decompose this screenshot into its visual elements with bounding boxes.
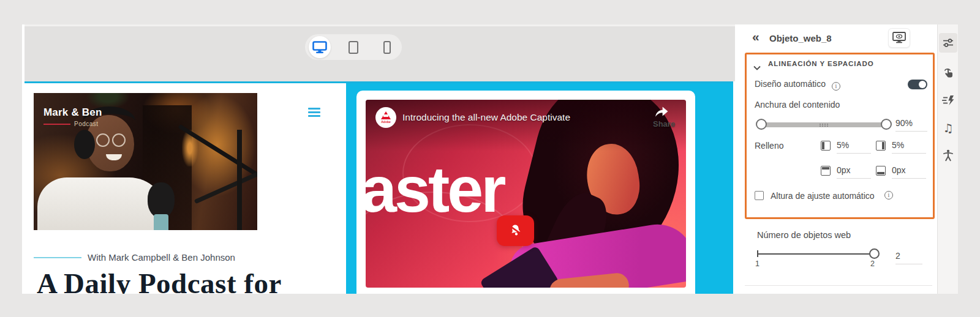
tablet-device-button[interactable] <box>341 34 366 60</box>
panel-title: Objeto_web_8 <box>769 33 832 43</box>
auto-height-checkbox[interactable] <box>755 191 764 200</box>
mic-boom-arm <box>194 170 257 204</box>
content-width-slider[interactable] <box>758 122 889 127</box>
phone-icon <box>383 41 391 54</box>
info-icon[interactable]: i <box>884 191 893 200</box>
padding-bottom-field[interactable]: 0px <box>892 165 926 179</box>
sliders-icon <box>943 38 954 48</box>
properties-tab[interactable] <box>939 33 957 53</box>
objects-slider-min-label: 1 <box>755 259 760 268</box>
accessibility-person-icon <box>943 149 954 162</box>
app-window: Mark & Ben Podcast With Mark Campbell & … <box>22 24 958 294</box>
podcast-byline: With Mark Campbell & Ben Johnson <box>34 252 235 263</box>
content-width-value-field[interactable]: 90% <box>895 118 927 132</box>
share-label: Share <box>653 119 675 129</box>
share-arrow-icon <box>653 105 670 118</box>
slider-right-handle[interactable] <box>881 119 892 130</box>
web-objects-count-label: Número de objetos web <box>757 230 851 240</box>
padding-right-icon <box>876 141 886 151</box>
video-play-button[interactable] <box>497 215 534 246</box>
panel-icon-rail: ♫ <box>937 24 958 294</box>
lightning-lines-icon <box>942 95 954 106</box>
padding-label: Relleno <box>755 141 783 151</box>
alignment-section-title: ALINEACIÓN Y ESPACIADO <box>768 60 874 67</box>
padding-top-field[interactable]: 0px <box>837 165 871 179</box>
slider-grip-handle[interactable] <box>820 124 828 125</box>
actions-tab[interactable] <box>939 91 957 110</box>
auto-layout-label: Diseño automático i <box>755 79 840 91</box>
tap-hand-icon <box>943 67 954 78</box>
objects-count-value-field[interactable]: 2 <box>895 251 922 264</box>
chevron-down-icon[interactable] <box>753 62 761 72</box>
podcast-logo-subtitle: Podcast <box>74 121 99 127</box>
logo-red-line <box>43 124 70 125</box>
canvas-top-strip <box>24 24 735 81</box>
video-background-word: aster <box>366 152 503 226</box>
padding-right-field[interactable]: 5% <box>892 140 926 154</box>
music-note-icon: ♫ <box>943 121 953 135</box>
share-button[interactable]: Share <box>653 105 670 121</box>
microphone-handle <box>154 214 168 230</box>
padding-left-icon <box>821 141 831 151</box>
bell-muted-icon <box>505 222 525 240</box>
microphone <box>148 182 175 218</box>
byline-accent-line <box>34 257 81 258</box>
adobe-logo-icon[interactable]: Adobe <box>375 107 396 128</box>
phone-device-button[interactable] <box>374 34 400 60</box>
tablet-icon <box>349 41 358 54</box>
podcast-logo-title: Mark & Ben <box>43 106 102 119</box>
padding-top-icon <box>821 166 831 176</box>
headphones-earcup <box>74 130 95 159</box>
youtube-embed[interactable]: aster Adobe Introducing the all-new Adob… <box>366 100 686 288</box>
captivate-editor: Mark & Ben Podcast With Mark Campbell & … <box>0 0 980 317</box>
objects-count-slider[interactable] <box>757 253 876 255</box>
video-card: aster Adobe Introducing the all-new Adob… <box>356 91 695 294</box>
byline-text: With Mark Campbell & Ben Johnson <box>88 252 235 263</box>
section-divider <box>745 285 932 286</box>
objects-slider-handle[interactable] <box>869 248 880 259</box>
video-title-gradient <box>366 100 686 151</box>
mic-stand <box>237 130 242 230</box>
accessibility-tab[interactable] <box>939 146 957 165</box>
interactions-tab[interactable] <box>939 62 957 82</box>
glasses-lens <box>96 133 110 147</box>
collapse-panel-icon[interactable]: « <box>752 29 758 44</box>
desktop-icon <box>312 41 327 54</box>
desktop-device-button[interactable] <box>307 34 333 60</box>
device-preview-toggle <box>305 34 402 60</box>
auto-layout-toggle[interactable] <box>908 80 927 89</box>
podcast-logo: Mark & Ben Podcast <box>43 106 102 127</box>
web-object-podcast-page[interactable]: Mark & Ben Podcast With Mark Campbell & … <box>24 83 346 294</box>
preview-on-device-button[interactable] <box>888 28 910 48</box>
podcast-hero-photo: Mark & Ben Podcast <box>34 93 257 230</box>
properties-panel: « Objeto_web_8 ALINEACIÓN Y ESPACIADO Di… <box>735 24 958 294</box>
content-width-label: Anchura del contenido <box>755 100 840 110</box>
monitor-eye-icon <box>892 32 906 44</box>
info-icon[interactable]: i <box>832 82 840 91</box>
video-title: Introducing the all-new Adobe Captivate <box>402 112 570 123</box>
auto-height-label: Altura de ajuste automático <box>771 191 875 201</box>
hamburger-menu-icon[interactable] <box>308 108 320 119</box>
padding-left-field[interactable]: 5% <box>837 140 871 154</box>
objects-slider-max-label: 2 <box>870 259 875 268</box>
slider-left-handle[interactable] <box>756 119 767 130</box>
padding-bottom-icon <box>876 166 886 176</box>
web-object-video[interactable]: aster Adobe Introducing the all-new Adob… <box>346 83 733 294</box>
host-shirt <box>37 177 166 230</box>
audio-tab[interactable]: ♫ <box>939 118 957 138</box>
glasses-lens <box>112 133 126 147</box>
podcast-heading: A Daily Podcast for <box>37 267 282 294</box>
